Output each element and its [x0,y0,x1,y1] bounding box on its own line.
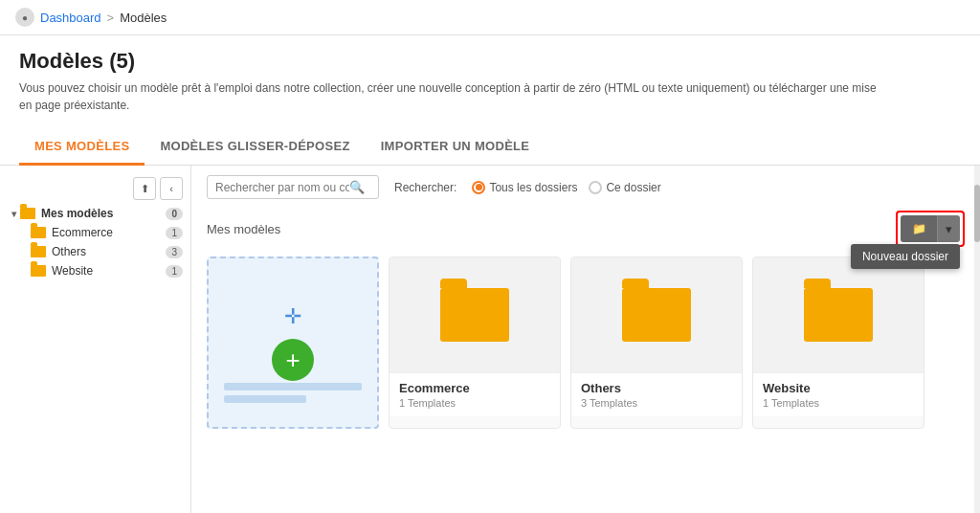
folder-card-info-website: Website 1 Templates [753,372,924,416]
folder-card-info-ecommerce: Ecommerce 1 Templates [390,372,560,416]
dropdown-arrow-btn[interactable]: ▾ [937,215,960,242]
sidebar-label-website: Website [52,264,93,278]
radio-dot-all [472,181,485,194]
scroll-thumb[interactable] [974,185,980,242]
folder-big-icon-ecommerce [440,288,509,342]
radio-group: Tous les dossiers Ce dossier [472,181,660,194]
radio-all-folders[interactable]: Tous les dossiers [472,181,577,194]
folder-card-sub-ecommerce: 1 Templates [399,397,550,409]
line-2 [224,395,306,403]
add-plus-icon: + [272,339,314,381]
folder-big-icon-website [804,288,873,342]
tabs-bar: MES MODÈLES MODÈLES GLISSER-DÉPOSEZ IMPO… [0,129,980,166]
folder-card-name-ecommerce: Ecommerce [399,381,550,395]
folder-icon-ecommerce [31,227,46,238]
sidebar-label-mes-modeles: Mes modèles [41,207,113,220]
sidebar-badge-website: 1 [166,265,183,278]
sidebar-item-others[interactable]: Others 3 [0,242,190,261]
sidebar-label-others: Others [52,245,86,258]
line-1 [224,383,362,390]
add-card-lines [224,383,362,408]
folder-card-img-website [753,257,924,372]
new-folder-group: 📁 ▾ Nouveau dossier [901,215,960,242]
page-description: Vous pouvez choisir un modèle prêt à l'e… [19,79,880,114]
folder-card-img-ecommerce [390,257,560,372]
folder-card-name-others: Others [581,381,732,395]
search-box[interactable]: 🔍 [207,175,379,199]
breadcrumb-dashboard[interactable]: Dashboard [40,11,101,25]
radio-label-all: Tous les dossiers [489,181,577,194]
folder-card-sub-others: 3 Templates [581,397,732,409]
tab-glisser-deposez[interactable]: MODÈLES GLISSER-DÉPOSEZ [145,129,365,166]
sidebar-item-ecommerce[interactable]: Ecommerce 1 [0,223,190,242]
folder-card-name-website: Website [763,381,914,395]
sidebar-badge-others: 3 [166,246,183,258]
folder-icon-mes-modeles [20,208,35,219]
breadcrumb-current: Modèles [120,11,167,25]
chevron-down-icon: ▾ [946,222,952,236]
search-icon: 🔍 [349,180,365,194]
content-area: ⬆ ‹ ▾ Mes modèles 0 Ecommerce 1 Others 3… [0,166,980,513]
page-header: Modèles (5) Vous pouvez choisir un modèl… [0,35,980,120]
tab-importer[interactable]: IMPORTER UN MODÈLE [366,129,546,166]
new-folder-btn-area: 📁 ▾ Nouveau dossier [896,211,965,247]
folder-icon-others [31,246,46,257]
tab-mes-modeles[interactable]: MES MODÈLES [19,129,145,166]
chevron-down-icon: ▾ [11,209,16,219]
panel-title: Mes modèles [207,222,280,236]
search-input[interactable] [215,181,349,194]
new-folder-button[interactable]: 📁 [901,215,938,242]
folder-card-ecommerce[interactable]: Ecommerce 1 Templates [389,256,561,429]
dashboard-icon: ● [15,8,34,27]
folder-card-website[interactable]: Website 1 Templates [752,256,924,429]
radio-label-this: Ce dossier [606,181,660,194]
folder-icon-website [31,265,46,277]
folder-card-img-others [571,257,742,372]
radio-dot-this [589,181,602,194]
folder-card-others[interactable]: Others 3 Templates [570,256,743,429]
folder-grid: ✛ + Ecommerce 1 Templates [207,256,965,429]
sidebar-item-mes-modeles[interactable]: ▾ Mes modèles 0 [0,204,190,223]
folder-card-sub-website: 1 Templates [763,397,914,409]
sidebar-upload-btn[interactable]: ⬆ [133,177,156,200]
new-folder-dropdown[interactable]: Nouveau dossier [851,244,960,269]
breadcrumb-separator: > [107,11,115,25]
sidebar: ⬆ ‹ ▾ Mes modèles 0 Ecommerce 1 Others 3… [0,166,191,513]
sidebar-collapse-btn[interactable]: ‹ [160,177,183,200]
main-panel: 🔍 Rechercher: Tous les dossiers Ce dossi… [191,166,980,513]
folder-card-info-others: Others 3 Templates [571,372,742,416]
folder-plus-icon: 📁 [912,222,926,235]
sidebar-badge-mes-modeles: 0 [166,208,183,220]
sidebar-label-ecommerce: Ecommerce [52,226,113,239]
page-title: Modèles (5) [19,49,961,74]
sidebar-toolbar: ⬆ ‹ [0,173,190,204]
sidebar-item-website[interactable]: Website 1 [0,261,190,280]
panel-header: Mes modèles 📁 ▾ Nouveau dossier [207,211,965,247]
filter-row: 🔍 Rechercher: Tous les dossiers Ce dossi… [207,175,965,199]
filter-label: Rechercher: [394,181,457,194]
folder-big-icon-others [622,288,691,342]
add-template-card[interactable]: ✛ + [207,256,379,429]
sidebar-badge-ecommerce: 1 [166,227,183,239]
move-icon: ✛ [284,304,301,329]
radio-this-folder[interactable]: Ce dossier [589,181,660,194]
scroll-track[interactable] [974,166,980,513]
breadcrumb-bar: ● Dashboard > Modèles [0,0,980,35]
